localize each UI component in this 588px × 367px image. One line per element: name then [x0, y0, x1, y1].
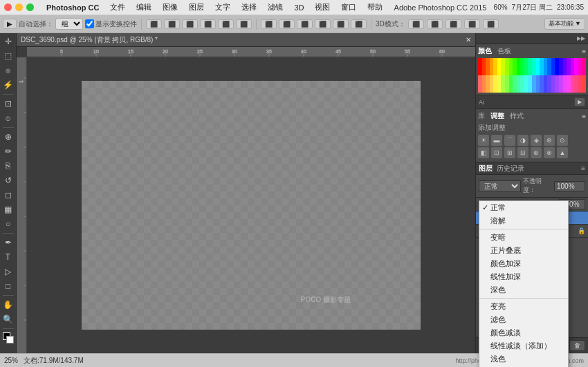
tool-eraser[interactable]: ◻: [1, 188, 15, 202]
adj-posterize[interactable]: ⊗: [544, 147, 555, 158]
show-transform-checkbox[interactable]: [85, 19, 94, 28]
tool-eyedropper[interactable]: ⌽: [1, 111, 15, 125]
adj-levels[interactable]: ▬: [491, 135, 502, 146]
align-bottom[interactable]: ⬛: [236, 19, 252, 29]
menu-file[interactable]: 文件: [106, 2, 129, 12]
menu-view[interactable]: 视图: [311, 2, 334, 12]
tab-swatches[interactable]: 色板: [497, 46, 511, 56]
app-name[interactable]: Photoshop CC: [42, 3, 103, 12]
menu-edit[interactable]: 编辑: [132, 2, 156, 12]
tool-lasso[interactable]: ⌾: [1, 64, 15, 77]
tool-magic-wand[interactable]: ⚡: [1, 78, 15, 92]
tool-brush[interactable]: ✏: [1, 144, 15, 158]
close-button[interactable]: [4, 3, 12, 11]
tab-adjustments[interactable]: 调整: [490, 111, 504, 121]
blend-dark-color[interactable]: 深色: [479, 283, 568, 297]
adj-curves[interactable]: ⌒: [504, 135, 515, 146]
tab-layers[interactable]: 图层: [479, 164, 493, 173]
color-panel-menu[interactable]: ≡: [582, 48, 586, 55]
layers-menu-btn[interactable]: ≡: [581, 164, 585, 172]
auto-select-type[interactable]: 组: [55, 18, 83, 30]
blend-color-burn[interactable]: 颜色加深: [479, 257, 568, 270]
tool-pen[interactable]: ✒: [1, 236, 15, 250]
workspace-btn[interactable]: 基本功能 ▼: [544, 18, 585, 30]
tool-marquee[interactable]: ⬚: [1, 49, 15, 63]
tool-spot-heal[interactable]: ⊕: [1, 130, 15, 144]
blend-dissolve[interactable]: 溶解: [479, 214, 568, 227]
adj-color-lookup[interactable]: ⊟: [517, 147, 529, 158]
tool-zoom[interactable]: 🔍: [1, 312, 15, 326]
adj-photo-filter[interactable]: ⊡: [491, 147, 502, 158]
image-canvas[interactable]: [82, 81, 421, 330]
dist-top[interactable]: ⬛: [315, 19, 331, 29]
menu-text[interactable]: 文字: [211, 2, 235, 12]
3d-pan[interactable]: ⬛: [445, 19, 461, 29]
close-tab-btn[interactable]: ✕: [466, 36, 471, 44]
file-tab[interactable]: DSC_3690.psd @ 25% (背景 拷贝, RGB/8) * ✕: [17, 33, 475, 47]
adj-brightness[interactable]: ☀: [478, 135, 489, 146]
blend-mode-dropdown[interactable]: 正常 溶解 变暗 正片叠底 颜色加深 线性加深 深色 变亮 滤色 颜色减淡 线性…: [479, 200, 569, 367]
align-left[interactable]: ⬛: [146, 19, 162, 29]
adj-bw[interactable]: ◧: [478, 147, 489, 158]
blend-color-dodge[interactable]: 颜色减淡: [479, 326, 568, 339]
menu-window[interactable]: 窗口: [337, 2, 360, 12]
minimize-button[interactable]: [15, 3, 23, 11]
3d-scale[interactable]: ⬛: [483, 19, 499, 29]
dist-right[interactable]: ⬛: [297, 19, 313, 29]
blend-darken[interactable]: 变暗: [479, 231, 568, 244]
adj-threshold[interactable]: ▲: [557, 147, 568, 158]
3d-roll[interactable]: ⬛: [427, 19, 443, 29]
menu-layer[interactable]: 图层: [185, 2, 208, 12]
blend-normal[interactable]: 正常: [479, 201, 568, 214]
opacity-input[interactable]: [554, 181, 585, 191]
menu-select[interactable]: 选择: [237, 2, 261, 12]
tool-path[interactable]: ▷: [1, 265, 15, 279]
blend-linear-burn[interactable]: 线性加深: [479, 270, 568, 283]
blend-screen[interactable]: 滤色: [479, 313, 568, 326]
tool-clone[interactable]: ⎘: [1, 159, 15, 173]
window-controls[interactable]: [4, 3, 34, 11]
maximize-button[interactable]: [26, 3, 34, 11]
tool-hand[interactable]: ✋: [1, 298, 15, 312]
blend-lighter-color[interactable]: 浅色: [479, 352, 568, 366]
tool-dodge[interactable]: ○: [1, 217, 15, 231]
blend-linear-dodge[interactable]: 线性减淡（添加）: [479, 339, 568, 352]
adj-vibrance[interactable]: ◈: [531, 135, 542, 146]
adj-color-balance[interactable]: ⊙: [557, 135, 568, 146]
ai-btn[interactable]: ▶: [574, 97, 585, 106]
align-center[interactable]: ⬛: [164, 19, 180, 29]
tool-gradient[interactable]: ▦: [1, 203, 15, 216]
align-top[interactable]: ⬛: [200, 19, 216, 29]
tab-color[interactable]: 颜色: [478, 46, 492, 56]
align-middle[interactable]: ⬛: [218, 19, 234, 29]
menu-help[interactable]: 帮助: [363, 2, 387, 12]
swatch[interactable]: [582, 58, 586, 75]
canvas-background[interactable]: POCO 摄影专题: [27, 57, 475, 353]
collapse-panel-btn[interactable]: ▶▶: [577, 35, 585, 41]
blend-mode-select[interactable]: 正常: [479, 180, 521, 192]
dist-middle[interactable]: ⬛: [333, 19, 349, 29]
dist-center[interactable]: ⬛: [279, 19, 295, 29]
tab-history[interactable]: 历史记录: [497, 164, 524, 173]
dist-bottom[interactable]: ⬛: [351, 19, 367, 29]
adj-hue-sat[interactable]: ⊛: [544, 135, 555, 146]
tool-history-brush[interactable]: ↺: [1, 173, 15, 187]
tool-text[interactable]: T: [1, 250, 15, 264]
3d-slide[interactable]: ⬛: [464, 19, 480, 29]
menu-3d[interactable]: 3D: [290, 3, 308, 12]
adj-panel-menu[interactable]: ≡: [582, 113, 586, 120]
adj-channel-mix[interactable]: ⊞: [504, 147, 515, 158]
delete-layer-btn[interactable]: 🗑: [569, 340, 585, 351]
blend-multiply[interactable]: 正片叠底: [479, 244, 568, 257]
3d-orbit[interactable]: ⬛: [408, 19, 424, 29]
adj-exposure[interactable]: ◑: [517, 135, 529, 146]
tool-crop[interactable]: ⊡: [1, 97, 15, 111]
fg-bg-colors[interactable]: [1, 331, 15, 345]
tool-preset-btn[interactable]: ▶: [3, 19, 17, 29]
tool-move[interactable]: ✛: [1, 35, 15, 48]
swatch[interactable]: [582, 75, 586, 93]
adj-invert[interactable]: ⊕: [531, 147, 542, 158]
align-right[interactable]: ⬛: [182, 19, 198, 29]
tab-styles[interactable]: 样式: [510, 111, 524, 121]
dist-left[interactable]: ⬛: [261, 19, 277, 29]
